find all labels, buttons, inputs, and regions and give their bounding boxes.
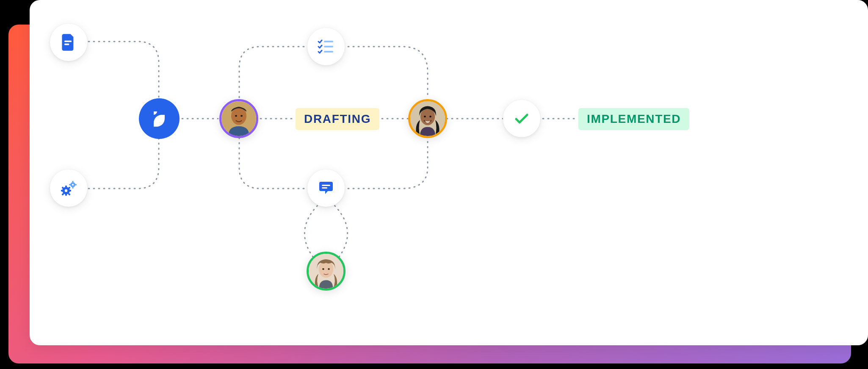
- svg-point-20: [235, 115, 237, 117]
- document-node: [50, 24, 87, 61]
- svg-rect-25: [322, 185, 330, 186]
- workflow-diagram-card: DRAFTING: [30, 0, 868, 345]
- avatar-3-node: [307, 252, 346, 291]
- user-avatar-3: [307, 252, 346, 291]
- avatar-1-node: [219, 99, 258, 138]
- gears-icon: [50, 169, 87, 207]
- svg-rect-26: [322, 187, 327, 189]
- svg-rect-1: [64, 44, 69, 45]
- diagram-canvas: DRAFTING: [30, 0, 868, 345]
- svg-rect-7: [69, 190, 71, 191]
- svg-point-21: [240, 115, 243, 117]
- brand-logo-icon: [139, 98, 180, 139]
- settings-node: [50, 169, 87, 207]
- svg-rect-22: [324, 41, 333, 42]
- implemented-label: IMPLEMENTED: [578, 108, 689, 130]
- svg-rect-16: [69, 184, 71, 186]
- svg-rect-15: [72, 187, 74, 189]
- avatar-2-node: [408, 99, 447, 138]
- svg-point-29: [322, 268, 324, 270]
- checkmark-icon: [503, 100, 540, 137]
- checkmark-node: [503, 100, 540, 137]
- svg-rect-24: [324, 51, 333, 53]
- svg-rect-4: [65, 186, 67, 188]
- svg-rect-23: [324, 46, 333, 47]
- user-avatar-2: [408, 99, 447, 138]
- status-implemented: IMPLEMENTED: [578, 108, 689, 130]
- comment-icon: [307, 169, 345, 207]
- svg-rect-5: [65, 194, 67, 196]
- status-drafting: DRAFTING: [296, 108, 379, 130]
- svg-point-33: [424, 116, 426, 117]
- checklist-icon: [307, 28, 345, 65]
- comment-node: [307, 169, 345, 207]
- checklist-node: [307, 28, 345, 65]
- connector-lines: [30, 0, 868, 345]
- user-avatar-1: [219, 99, 258, 138]
- document-icon: [50, 24, 87, 61]
- svg-rect-6: [61, 190, 63, 191]
- svg-point-13: [72, 184, 74, 186]
- svg-rect-0: [64, 41, 72, 42]
- drafting-label: DRAFTING: [296, 108, 379, 130]
- svg-point-30: [328, 268, 330, 270]
- svg-rect-14: [72, 181, 74, 183]
- svg-point-34: [429, 116, 431, 117]
- brand-node: [139, 98, 180, 139]
- svg-point-3: [65, 189, 67, 192]
- svg-point-28: [319, 261, 333, 278]
- svg-rect-17: [75, 184, 77, 186]
